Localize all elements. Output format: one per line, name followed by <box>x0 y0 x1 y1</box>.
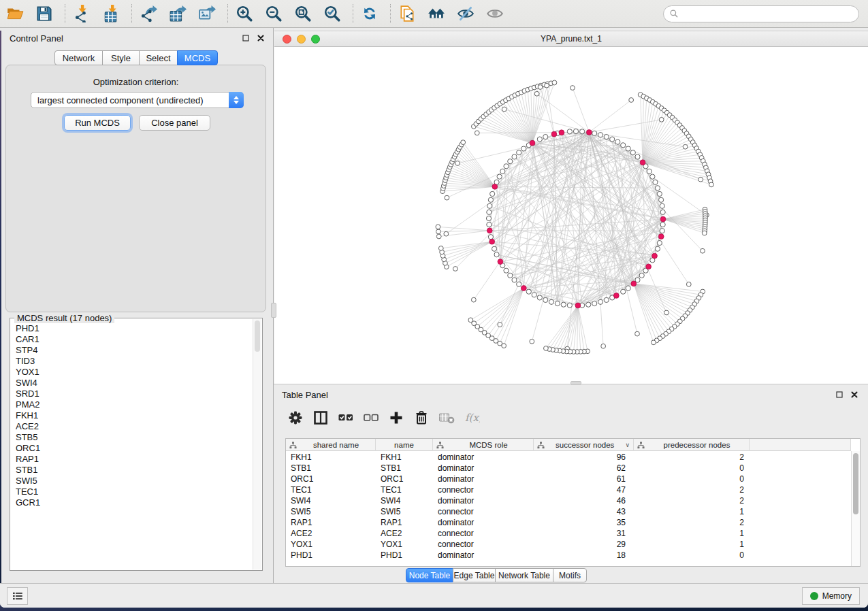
mcds-result-item[interactable]: ORC1 <box>16 443 253 454</box>
leaf-node[interactable] <box>652 340 656 345</box>
search-input[interactable] <box>679 7 858 20</box>
graph-node[interactable] <box>626 286 630 291</box>
graph-node[interactable] <box>592 131 597 135</box>
graph-node[interactable] <box>615 139 620 144</box>
mcds-result-item[interactable]: ACE2 <box>16 421 253 432</box>
table-row[interactable]: SWI4SWI4dominator462 <box>286 495 851 506</box>
mcds-result-item[interactable]: SWI5 <box>16 476 253 486</box>
column-header-shared-name[interactable]: shared name <box>286 439 376 451</box>
graph-node[interactable] <box>658 197 663 202</box>
scrollbar-thumb[interactable] <box>853 453 858 514</box>
tab-edge-table[interactable]: Edge Table <box>453 568 496 582</box>
mcds-node[interactable] <box>498 259 503 265</box>
mcds-node[interactable] <box>489 239 495 244</box>
graph-node[interactable] <box>621 289 626 294</box>
graph-node[interactable] <box>660 203 664 208</box>
leaf-node[interactable] <box>444 231 449 236</box>
leaf-node[interactable] <box>498 323 502 327</box>
leaf-node[interactable] <box>530 339 534 344</box>
leaf-node[interactable] <box>664 310 669 315</box>
graph-node[interactable] <box>598 299 602 304</box>
network-canvas[interactable] <box>274 47 868 384</box>
mcds-result-item[interactable]: STB1 <box>16 465 253 476</box>
tab-node-table[interactable]: Node Table <box>406 568 453 582</box>
leaf-node[interactable] <box>453 267 457 271</box>
table-row[interactable]: YOX1YOX1connector291 <box>286 539 851 550</box>
mcds-node[interactable] <box>646 264 652 269</box>
close-table-panel-button[interactable] <box>850 390 858 399</box>
column-header-predecessor-nodes[interactable]: predecessor nodes <box>634 439 750 451</box>
graph-node[interactable] <box>497 174 502 179</box>
optimization-criterion-select[interactable]: largest connected component (undirected) <box>31 92 244 108</box>
tab-select[interactable]: Select <box>139 50 178 65</box>
tab-network-table[interactable]: Network Table <box>495 568 553 582</box>
leaf-node[interactable] <box>544 346 549 351</box>
leaf-node[interactable] <box>436 229 441 234</box>
table-scrollbar[interactable] <box>851 451 860 566</box>
float-panel-button[interactable] <box>241 33 250 42</box>
mcds-result-item[interactable]: YOX1 <box>16 367 253 378</box>
graph-node[interactable] <box>487 203 492 208</box>
float-table-panel-button[interactable] <box>835 390 843 399</box>
graph-node[interactable] <box>660 222 665 227</box>
graph-node[interactable] <box>657 240 662 245</box>
graph-node[interactable] <box>573 129 578 133</box>
mcds-result-list[interactable]: PHD1CAR1STP4TID3YOX1SWI4SRD1PMA2FKH1ACE2… <box>10 320 253 569</box>
export-network-button[interactable] <box>138 3 159 24</box>
leaf-node[interactable] <box>475 131 479 135</box>
graph-node[interactable] <box>660 210 665 214</box>
leaf-node[interactable] <box>629 98 634 103</box>
graph-node[interactable] <box>555 301 560 306</box>
graph-node[interactable] <box>490 191 495 196</box>
leaf-node[interactable] <box>698 177 703 182</box>
graph-node[interactable] <box>508 159 513 164</box>
mcds-node[interactable] <box>652 253 658 259</box>
memory-button[interactable]: Memory <box>802 587 860 605</box>
leaf-node[interactable] <box>445 195 449 200</box>
vertical-splitter-grip[interactable] <box>271 303 276 318</box>
graph-node[interactable] <box>549 299 553 304</box>
graph-node[interactable] <box>526 289 531 294</box>
graph-node[interactable] <box>532 293 536 297</box>
graph-node[interactable] <box>543 134 548 139</box>
import-network-button[interactable] <box>71 3 92 24</box>
table-row[interactable]: STB1STB1dominator620 <box>286 463 851 474</box>
mcds-node[interactable] <box>521 286 526 291</box>
leaf-node[interactable] <box>635 331 640 336</box>
table-row[interactable]: ORC1ORC1dominator610 <box>286 474 851 484</box>
graph-node[interactable] <box>537 137 542 142</box>
export-image-button[interactable] <box>197 3 217 24</box>
graph-node[interactable] <box>543 297 548 302</box>
mcds-result-item[interactable]: SWI4 <box>16 378 253 389</box>
mcds-node[interactable] <box>487 228 492 233</box>
mcds-result-item[interactable]: STB5 <box>16 432 253 443</box>
leaf-node[interactable] <box>436 234 441 239</box>
mcds-node[interactable] <box>613 293 619 299</box>
leaf-node[interactable] <box>436 225 440 229</box>
leaf-node[interactable] <box>438 246 443 251</box>
run-mcds-button[interactable]: Run MCDS <box>64 115 131 131</box>
save-session-button[interactable] <box>34 3 54 24</box>
task-history-button[interactable] <box>7 587 28 605</box>
leaf-node[interactable] <box>455 161 460 166</box>
graph-node[interactable] <box>635 154 640 159</box>
close-panel-button[interactable] <box>256 33 265 42</box>
zoom-selected-button[interactable] <box>322 3 342 24</box>
graph-node[interactable] <box>494 252 499 257</box>
graph-node[interactable] <box>621 143 626 148</box>
leaf-node[interactable] <box>683 144 688 149</box>
leaf-node[interactable] <box>659 117 664 122</box>
delete-column-button[interactable] <box>411 408 432 428</box>
graph-node[interactable] <box>561 302 566 307</box>
graph-node[interactable] <box>567 129 572 134</box>
mcds-node[interactable] <box>640 160 645 165</box>
graph-node[interactable] <box>537 295 542 300</box>
table-row[interactable]: SWI5SWI5connector431 <box>286 506 851 517</box>
leaf-node[interactable] <box>686 282 691 286</box>
leaf-node[interactable] <box>545 83 549 88</box>
graph-node[interactable] <box>487 210 492 214</box>
graph-node[interactable] <box>488 235 493 240</box>
graph-node[interactable] <box>580 129 585 134</box>
graph-node[interactable] <box>492 246 496 251</box>
graph-node[interactable] <box>517 282 521 286</box>
